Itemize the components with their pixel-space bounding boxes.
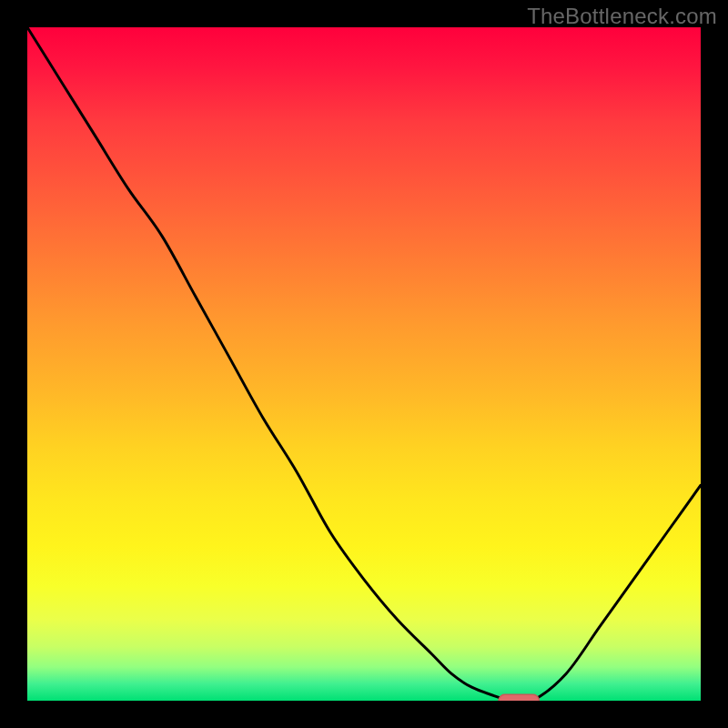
curve-line [27, 27, 701, 701]
watermark: TheBottleneck.com [527, 4, 717, 29]
plot-area [27, 27, 701, 701]
bottleneck-curve [27, 27, 701, 701]
optimum-marker [499, 694, 539, 701]
chart-frame: TheBottleneck.com [0, 0, 728, 728]
